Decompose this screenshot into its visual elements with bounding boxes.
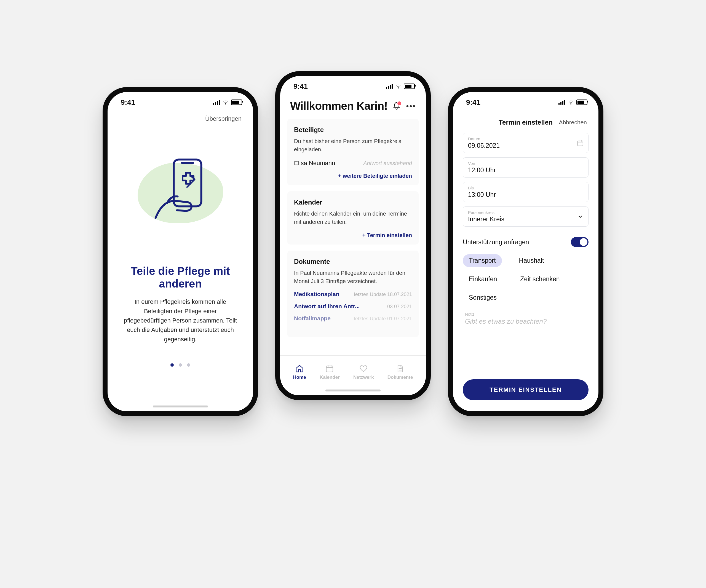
card-subtitle: Richte deinen Kalender ein, um deine Ter… bbox=[294, 210, 412, 226]
cellular-icon bbox=[386, 84, 393, 89]
wifi-icon bbox=[222, 99, 229, 106]
calendar-icon bbox=[577, 139, 584, 146]
field-label: Von bbox=[468, 161, 583, 166]
more-icon[interactable]: ••• bbox=[406, 102, 416, 110]
tab-home[interactable]: Home bbox=[293, 364, 306, 380]
card-dokumente: Dokumente In Paul Neumanns Pflegeakte wu… bbox=[287, 251, 419, 337]
page-dot[interactable] bbox=[179, 363, 182, 367]
document-row[interactable]: Antwort auf ihren Antr... 03.07.2021 bbox=[294, 303, 412, 309]
notification-bell-icon[interactable] bbox=[392, 101, 401, 111]
chip-sonstiges[interactable]: Sonstiges bbox=[463, 291, 503, 304]
field-label: Bis bbox=[468, 185, 583, 190]
tab-dokumente[interactable]: Dokumente bbox=[388, 364, 413, 380]
status-bar: 9:41 bbox=[453, 92, 598, 113]
cellular-icon bbox=[213, 100, 220, 105]
wifi-icon bbox=[395, 83, 401, 90]
note-placeholder: Gibt es etwas zu beachten? bbox=[463, 317, 589, 325]
document-name: Notfallmappe bbox=[294, 315, 331, 322]
phone-dashboard: 9:41 Willkommen Karin! ••• bbox=[275, 71, 431, 400]
document-row[interactable]: Notfallmappe letztes Update 01.07.2021 bbox=[294, 315, 412, 322]
tab-netzwerk[interactable]: Netzwerk bbox=[353, 364, 374, 380]
create-event-link[interactable]: + Termin einstellen bbox=[294, 232, 412, 239]
field-label: Datum bbox=[468, 136, 583, 141]
chip-haushalt[interactable]: Haushalt bbox=[513, 254, 550, 267]
tab-kalender[interactable]: Kalender bbox=[320, 364, 340, 380]
svg-rect-2 bbox=[326, 366, 333, 372]
field-label: Personenkreis bbox=[468, 210, 583, 215]
card-kalender: Kalender Richte deinen Kalender ein, um … bbox=[287, 191, 419, 245]
document-meta: letztes Update 01.07.2021 bbox=[354, 316, 412, 322]
svg-rect-3 bbox=[578, 141, 583, 145]
chip-zeit-schenken[interactable]: Zeit schenken bbox=[514, 272, 565, 286]
support-toggle[interactable] bbox=[571, 237, 589, 247]
onboarding-title: Teile die Pflege mit anderen bbox=[117, 265, 243, 290]
skip-button[interactable]: Überspringen bbox=[205, 115, 242, 122]
card-subtitle: Du hast bisher eine Person zum Pflegekre… bbox=[294, 137, 412, 154]
document-name: Medikationsplan bbox=[294, 291, 340, 297]
status-time: 9:41 bbox=[121, 98, 135, 107]
phone-onboarding: 9:41 Überspringen bbox=[103, 87, 258, 416]
date-field[interactable]: Datum 09.06.2021 bbox=[463, 133, 589, 153]
field-value: 13:00 Uhr bbox=[468, 191, 583, 199]
phone-create-event: 9:41 Termin einstellen Abbrechen Datum 0… bbox=[448, 87, 603, 416]
chevron-down-icon bbox=[577, 214, 583, 220]
status-bar: 9:41 bbox=[108, 92, 253, 113]
card-heading: Dokumente bbox=[294, 258, 412, 265]
battery-icon bbox=[404, 84, 415, 89]
support-toggle-label: Unterstützung anfragen bbox=[463, 239, 529, 246]
circle-select[interactable]: Personenkreis Innerer Kreis bbox=[463, 207, 589, 226]
note-field[interactable]: Notiz Gibt es etwas zu beachten? bbox=[463, 312, 589, 325]
battery-icon bbox=[576, 99, 587, 105]
status-time: 9:41 bbox=[466, 98, 480, 107]
support-chip-group: Transport Haushalt Einkaufen Zeit schenk… bbox=[463, 254, 589, 304]
field-value: 09.06.2021 bbox=[468, 142, 583, 150]
tab-label: Home bbox=[293, 375, 306, 380]
document-meta: letztes Update 18.07.2021 bbox=[354, 292, 412, 297]
card-subtitle: In Paul Neumanns Pflegeakte wurden für d… bbox=[294, 269, 412, 285]
hand-phone-cross-icon bbox=[150, 155, 211, 221]
notification-badge bbox=[397, 101, 402, 106]
card-heading: Kalender bbox=[294, 199, 412, 206]
card-beteiligte: Beteiligte Du hast bisher eine Person zu… bbox=[287, 119, 419, 185]
home-icon bbox=[295, 364, 304, 373]
document-name: Antwort auf ihren Antr... bbox=[294, 303, 360, 309]
card-heading: Beteiligte bbox=[294, 126, 412, 134]
participant-status: Antwort ausstehend bbox=[363, 160, 412, 167]
invite-more-link[interactable]: + weitere Beteiligte einladen bbox=[294, 173, 412, 179]
page-dot[interactable] bbox=[187, 363, 190, 367]
page-indicator bbox=[117, 363, 243, 367]
submit-button[interactable]: TERMIN EINSTELLEN bbox=[463, 379, 589, 400]
calendar-icon bbox=[325, 364, 334, 373]
cancel-button[interactable]: Abbrechen bbox=[559, 119, 587, 126]
field-value: Innerer Kreis bbox=[468, 216, 583, 223]
modal-header: Termin einstellen Abbrechen bbox=[463, 113, 589, 128]
document-row[interactable]: Medikationsplan letztes Update 18.07.202… bbox=[294, 291, 412, 297]
onboarding-body: In eurem Pflegekreis kommen alle Beteili… bbox=[120, 297, 241, 344]
tab-label: Dokumente bbox=[388, 375, 413, 380]
tab-label: Kalender bbox=[320, 375, 340, 380]
field-value: 12:00 Uhr bbox=[468, 167, 583, 174]
chip-einkaufen[interactable]: Einkaufen bbox=[463, 272, 503, 286]
to-time-field[interactable]: Bis 13:00 Uhr bbox=[463, 182, 589, 202]
status-bar: 9:41 bbox=[280, 76, 426, 96]
document-meta: 03.07.2021 bbox=[387, 304, 412, 309]
field-label: Notiz bbox=[463, 312, 589, 317]
page-dot[interactable] bbox=[170, 363, 174, 367]
wifi-icon bbox=[567, 99, 574, 106]
heart-icon bbox=[359, 364, 368, 373]
status-time: 9:41 bbox=[293, 82, 308, 91]
page-title: Willkommen Karin! bbox=[290, 100, 388, 112]
chip-transport[interactable]: Transport bbox=[463, 254, 502, 267]
home-indicator[interactable] bbox=[325, 389, 381, 391]
from-time-field[interactable]: Von 12:00 Uhr bbox=[463, 157, 589, 177]
onboarding-illustration bbox=[117, 132, 243, 254]
cellular-icon bbox=[558, 100, 565, 105]
home-indicator[interactable] bbox=[153, 406, 208, 408]
tab-label: Netzwerk bbox=[353, 375, 374, 380]
modal-title: Termin einstellen bbox=[499, 119, 553, 126]
battery-icon bbox=[231, 99, 242, 105]
participant-name: Elisa Neumann bbox=[294, 160, 335, 167]
document-icon bbox=[396, 364, 404, 373]
